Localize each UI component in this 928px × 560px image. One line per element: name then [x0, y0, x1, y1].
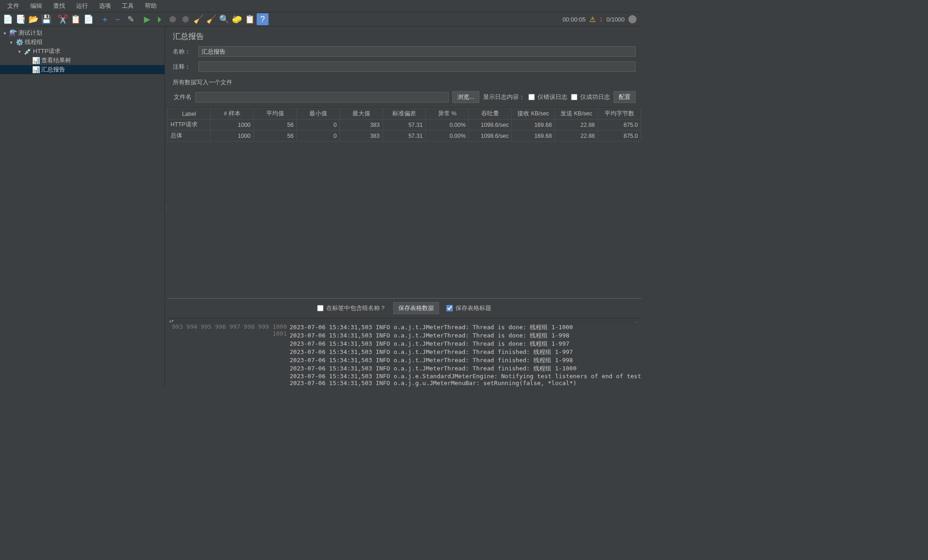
menu-help[interactable]: 帮助 [139, 1, 162, 11]
copy-icon[interactable]: 📋 [70, 13, 82, 25]
tree-thread-group[interactable]: ▾ ⚙️ 线程组 [0, 38, 165, 47]
table-cell: 1098.6/sec [469, 120, 512, 130]
menu-search[interactable]: 查找 [48, 1, 71, 11]
templates-icon[interactable]: 📑 [15, 13, 27, 25]
column-header[interactable]: 最小值 [297, 109, 340, 120]
table-row[interactable]: 总体100056038357.310.00%1098.6/sec169.6822… [168, 130, 641, 141]
menu-run[interactable]: 运行 [71, 1, 93, 11]
name-input[interactable] [198, 46, 636, 57]
tree-view-results[interactable]: 📊 查看结果树 [0, 56, 165, 65]
file-input[interactable] [195, 92, 449, 103]
test-plan-tree[interactable]: ▾ ⚗️ 测试计划 ▾ ⚙️ 线程组 ▾ 💉 HTTP请求 📊 查看结果树 📊 … [0, 27, 165, 387]
warning-icon[interactable]: ⚠ [589, 15, 596, 24]
table-cell: 1000 [210, 130, 253, 141]
start-no-pauses-icon[interactable]: ⏵ [154, 13, 166, 25]
log-lines[interactable]: 2023-07-06 15:34:31,503 INFO o.a.j.t.JMe… [290, 323, 641, 387]
pipette-icon: 💉 [24, 48, 31, 55]
tree-label: 线程组 [25, 38, 43, 46]
include-group-checkbox[interactable]: 在标签中包含组名称？ [317, 304, 386, 312]
reset-search-icon[interactable]: 🧽 [231, 13, 243, 25]
chevron-down-icon[interactable]: ▾ [16, 49, 22, 54]
chevron-down-icon[interactable]: ▾ [2, 31, 7, 36]
table-row[interactable]: HTTP请求100056038357.310.00%1098.6/sec169.… [168, 120, 641, 130]
save-icon[interactable]: 💾 [40, 13, 52, 25]
start-icon[interactable]: ▶ [141, 13, 153, 25]
table-cell: 875.0 [598, 130, 641, 141]
browse-button[interactable]: 浏览... [452, 91, 479, 103]
report-icon: 📊 [32, 66, 39, 73]
chevron-down-icon[interactable]: ▾ [8, 40, 14, 45]
toggle-icon[interactable]: ✎ [125, 13, 137, 25]
clear-icon[interactable]: 🧹 [192, 13, 204, 25]
errors-only-checkbox[interactable]: 仅错误日志 [528, 93, 567, 101]
column-header[interactable]: # 样本 [210, 109, 253, 120]
paste-icon[interactable]: 📄 [82, 13, 94, 25]
table-cell: 1098.6/sec [469, 130, 512, 141]
menu-edit[interactable]: 编辑 [25, 1, 48, 11]
gear-icon: ⚙️ [16, 38, 23, 46]
flask-icon: ⚗️ [9, 29, 16, 37]
success-only-checkbox[interactable]: 仅成功日志 [571, 93, 610, 101]
column-header[interactable]: 接收 KB/sec [512, 109, 555, 120]
save-table-data-button[interactable]: 保存表格数据 [393, 302, 439, 314]
tree-test-plan[interactable]: ▾ ⚗️ 测试计划 [0, 28, 165, 38]
tree-label: 查看结果树 [41, 56, 71, 65]
column-header[interactable]: 发送 KB/sec [555, 109, 598, 120]
menu-options[interactable]: 选项 [93, 1, 116, 11]
log-info-label: 显示日志内容： [483, 93, 525, 101]
report-icon: 📊 [32, 57, 39, 64]
log-gutter: 993 994 995 996 997 998 999 1000 1001 [167, 323, 290, 387]
column-header[interactable]: 平均值 [253, 109, 297, 120]
search-tree-icon[interactable]: 🔍 [218, 13, 230, 25]
column-header[interactable]: 最大值 [340, 109, 383, 120]
cut-icon[interactable]: ✂️ [57, 13, 69, 25]
menu-bar: 文件 编辑 查找 运行 选项 工具 帮助 [0, 0, 641, 12]
table-cell: 1000 [210, 120, 253, 130]
table-cell: 383 [340, 120, 383, 130]
menu-file[interactable]: 文件 [2, 1, 25, 11]
table-cell: HTTP请求 [168, 120, 211, 130]
status-indicator-icon [628, 15, 637, 23]
comment-input[interactable] [198, 61, 636, 72]
shutdown-icon[interactable]: ⬢ [180, 13, 192, 25]
file-group-label: 所有数据写入一个文件 [173, 76, 636, 87]
column-header[interactable]: 平均字节数 [598, 109, 641, 120]
menu-tools[interactable]: 工具 [116, 1, 139, 11]
tree-label: 汇总报告 [41, 65, 65, 74]
config-button[interactable]: 配置 [614, 91, 636, 103]
save-header-checkbox[interactable]: 保存表格标题 [446, 304, 491, 312]
column-header[interactable]: Label [168, 109, 211, 120]
new-icon[interactable]: 📄 [2, 13, 14, 25]
table-cell: 22.88 [555, 120, 598, 130]
log-panel: ▴▾… 993 994 995 996 997 998 999 1000 100… [167, 318, 641, 387]
table-cell: 875.0 [598, 120, 641, 130]
tree-http-request[interactable]: ▾ 💉 HTTP请求 [0, 47, 165, 56]
panel-title: 汇总报告 [173, 31, 636, 42]
column-header[interactable]: 吞吐量 [469, 109, 512, 120]
tree-summary-report[interactable]: 📊 汇总报告 [0, 65, 165, 74]
table-cell: 0.00% [426, 120, 469, 130]
help-icon[interactable]: ? [257, 13, 269, 25]
table-cell: 总体 [168, 130, 211, 141]
warning-count: 1 [599, 16, 603, 23]
tree-label: 测试计划 [18, 29, 42, 37]
clear-all-icon[interactable]: 🧹 [205, 13, 217, 25]
expand-icon[interactable]: ＋ [99, 13, 111, 25]
elapsed-time: 00:00:05 [562, 16, 586, 23]
file-label: 文件名 [174, 93, 192, 101]
open-icon[interactable]: 📂 [27, 13, 39, 25]
column-header[interactable]: 异常 % [426, 109, 469, 120]
function-helper-icon[interactable]: 📋 [244, 13, 256, 25]
table-cell: 56 [253, 120, 297, 130]
stop-icon[interactable]: ⬢ [167, 13, 179, 25]
collapse-icon[interactable]: － [112, 13, 124, 25]
table-cell: 56 [253, 130, 297, 141]
toolbar: 📄 📑 📂 💾 ✂️ 📋 📄 ＋ － ✎ ▶ ⏵ ⬢ ⬢ 🧹 🧹 🔍 🧽 📋 ?… [0, 12, 641, 27]
name-label: 名称： [173, 48, 195, 56]
column-header[interactable]: 标准偏差 [383, 109, 426, 120]
table-cell: 169.68 [512, 130, 555, 141]
table-cell: 0 [297, 130, 340, 141]
table-cell: 22.88 [555, 130, 598, 141]
table-cell: 57.31 [383, 130, 426, 141]
summary-table[interactable]: Label# 样本平均值最小值最大值标准偏差异常 %吞吐量接收 KB/sec发送… [167, 108, 641, 298]
